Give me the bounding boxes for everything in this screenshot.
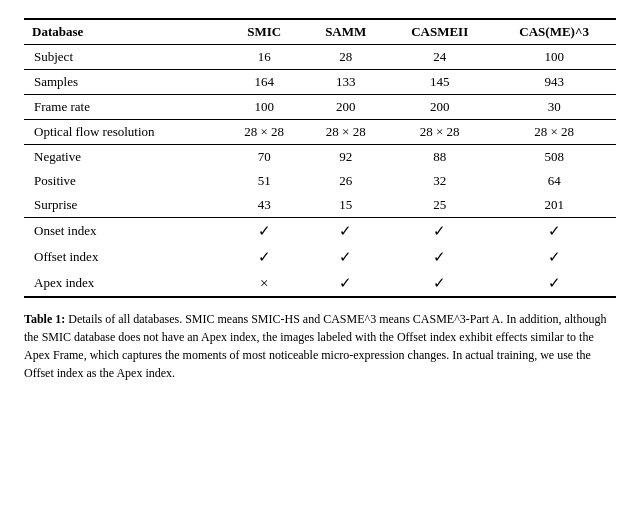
table-cell: ✓ bbox=[304, 270, 386, 297]
table-cell: 133 bbox=[304, 70, 386, 95]
row-label: Frame rate bbox=[24, 95, 224, 120]
table-cell: 943 bbox=[492, 70, 616, 95]
caption-text: Details of all databases. SMIC means SMI… bbox=[24, 312, 606, 380]
col-header-samm: SAMM bbox=[304, 19, 386, 45]
table-cell: ✓ bbox=[492, 244, 616, 270]
row-label: Samples bbox=[24, 70, 224, 95]
row-label: Subject bbox=[24, 45, 224, 70]
table-cell: 200 bbox=[304, 95, 386, 120]
col-header-casme3: CAS(ME)^3 bbox=[492, 19, 616, 45]
table-cell: 16 bbox=[224, 45, 305, 70]
table-cell: 92 bbox=[304, 145, 386, 170]
table-cell: ✓ bbox=[492, 270, 616, 297]
table-cell: 28 × 28 bbox=[224, 120, 305, 145]
row-label: Offset index bbox=[24, 244, 224, 270]
table-cell: 164 bbox=[224, 70, 305, 95]
table-cell: 145 bbox=[387, 70, 492, 95]
table-cell: 32 bbox=[387, 169, 492, 193]
table-cell: ✓ bbox=[224, 218, 305, 245]
table-cell: 24 bbox=[387, 45, 492, 70]
table-cell: 28 × 28 bbox=[304, 120, 386, 145]
table-caption: Table 1: Details of all databases. SMIC … bbox=[24, 310, 616, 382]
row-label: Onset index bbox=[24, 218, 224, 245]
table-cell: ✓ bbox=[387, 244, 492, 270]
row-label: Optical flow resolution bbox=[24, 120, 224, 145]
table-cell: 25 bbox=[387, 193, 492, 218]
table-cell: ✓ bbox=[304, 244, 386, 270]
table-cell: 43 bbox=[224, 193, 305, 218]
table-cell: 26 bbox=[304, 169, 386, 193]
table-cell: 28 bbox=[304, 45, 386, 70]
table-cell: 28 × 28 bbox=[492, 120, 616, 145]
table-cell: × bbox=[224, 270, 305, 297]
col-header-smic: SMIC bbox=[224, 19, 305, 45]
table-cell: 88 bbox=[387, 145, 492, 170]
table-cell: 15 bbox=[304, 193, 386, 218]
table-cell: 508 bbox=[492, 145, 616, 170]
table-cell: 70 bbox=[224, 145, 305, 170]
table-cell: ✓ bbox=[304, 218, 386, 245]
table-container: Database SMIC SAMM CASMEII CAS(ME)^3 Sub… bbox=[24, 18, 616, 298]
table-cell: 200 bbox=[387, 95, 492, 120]
row-label: Surprise bbox=[24, 193, 224, 218]
row-label: Apex index bbox=[24, 270, 224, 297]
table-cell: ✓ bbox=[492, 218, 616, 245]
table-cell: ✓ bbox=[224, 244, 305, 270]
table-cell: 100 bbox=[492, 45, 616, 70]
caption-label: Table 1: bbox=[24, 312, 65, 326]
table-cell: 201 bbox=[492, 193, 616, 218]
col-header-casmeii: CASMEII bbox=[387, 19, 492, 45]
table-cell: ✓ bbox=[387, 270, 492, 297]
table-cell: 30 bbox=[492, 95, 616, 120]
table-cell: 51 bbox=[224, 169, 305, 193]
table-cell: ✓ bbox=[387, 218, 492, 245]
table-cell: 64 bbox=[492, 169, 616, 193]
row-label: Positive bbox=[24, 169, 224, 193]
data-table: Database SMIC SAMM CASMEII CAS(ME)^3 Sub… bbox=[24, 18, 616, 298]
row-label: Negative bbox=[24, 145, 224, 170]
table-cell: 100 bbox=[224, 95, 305, 120]
col-header-database: Database bbox=[24, 19, 224, 45]
table-cell: 28 × 28 bbox=[387, 120, 492, 145]
